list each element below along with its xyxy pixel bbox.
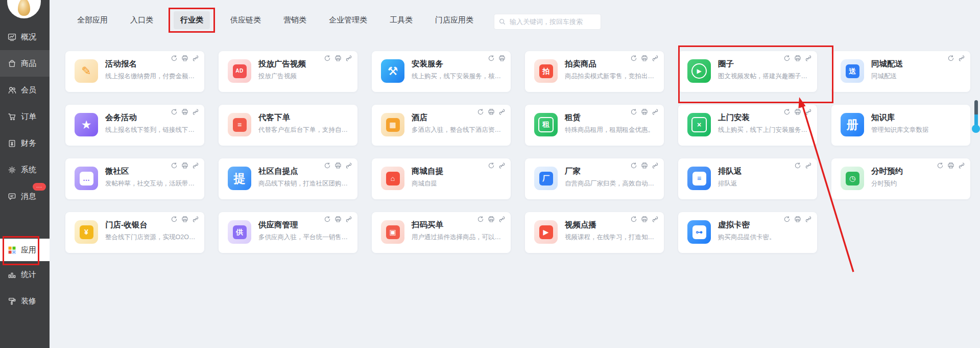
link-icon[interactable] [192, 55, 199, 62]
link-icon[interactable] [498, 216, 506, 223]
link-icon[interactable] [192, 108, 199, 115]
app-card-租赁[interactable]: 租 租赁 特殊商品租用，租期租金优惠。 [525, 105, 664, 146]
printer-icon[interactable] [641, 162, 648, 169]
printer-icon[interactable] [334, 55, 342, 62]
refresh-icon[interactable] [783, 216, 791, 223]
app-card-排队返[interactable]: ≡ 排队返 排队返 [678, 158, 817, 199]
app-card-门店-收银台[interactable]: ¥ 门店-收银台 整合线下门店资源，实现O2O异业... [65, 212, 204, 253]
search-input[interactable] [509, 17, 601, 26]
refresh-icon[interactable] [783, 55, 791, 62]
link-icon[interactable] [345, 55, 352, 62]
link-icon[interactable] [958, 55, 965, 62]
refresh-icon[interactable] [630, 55, 637, 62]
printer-icon[interactable] [334, 162, 342, 169]
link-icon[interactable] [652, 216, 659, 223]
link-icon[interactable] [652, 55, 659, 62]
app-card-供应商管理[interactable]: 供 供应商管理 多供应商入驻，平台统一销售，商... [219, 212, 357, 253]
app-card-拍卖商品[interactable]: 拍 拍卖商品 商品拍卖模式新零售，竞拍出价得... [525, 51, 664, 92]
app-card-视频点播[interactable]: ▶ 视频点播 视频课程，在线学习，打造知识付... [525, 212, 664, 253]
link-icon[interactable] [652, 162, 659, 169]
link-icon[interactable] [345, 162, 352, 169]
tab-全部应用[interactable]: 全部应用 [75, 11, 110, 29]
printer-icon[interactable] [794, 216, 801, 223]
tab-门店应用类[interactable]: 门店应用类 [433, 11, 475, 29]
app-card-微社区[interactable]: … 微社区 发帖种草，社交互动，活跃带货。 [65, 158, 204, 199]
sidebar-item-apps[interactable]: 应用 [0, 239, 50, 261]
app-card-投放广告视频[interactable]: AD 投放广告视频 投放广告视频 [219, 51, 357, 92]
app-card-酒店[interactable]: ▦ 酒店 多酒店入驻，整合线下酒店资源，... [372, 105, 511, 146]
sidebar-item-members[interactable]: 会员 [0, 77, 50, 103]
printer-icon[interactable] [641, 108, 648, 115]
sidebar-item-system[interactable]: 系统 [0, 156, 50, 183]
app-card-商城自提[interactable]: ⌂ 商城自提 商城自提 [372, 158, 511, 199]
link-icon[interactable] [192, 162, 199, 169]
printer-icon[interactable] [947, 162, 954, 169]
sidebar-item-finance[interactable]: 财务 [0, 130, 50, 156]
sidebar-item-decorate[interactable]: 装修 [0, 288, 50, 314]
tab-工具类[interactable]: 工具类 [388, 11, 415, 29]
link-icon[interactable] [805, 216, 812, 223]
sidebar-item-overview[interactable]: 概况 [0, 24, 50, 50]
app-card-代客下单[interactable]: ≡ 代客下单 代替客户在后台下单，支持自营，... [219, 105, 357, 146]
link-icon[interactable] [192, 216, 199, 223]
printer-icon[interactable] [794, 55, 801, 62]
app-card-安装服务[interactable]: ⚒ 安装服务 线上购买，线下安装服务，核销确... [372, 51, 511, 92]
refresh-icon[interactable] [783, 108, 791, 115]
sidebar-item-message[interactable]: 消息 ... [0, 183, 50, 210]
refresh-icon[interactable] [171, 216, 178, 223]
link-icon[interactable] [805, 162, 812, 169]
link-icon[interactable] [958, 162, 965, 169]
refresh-icon[interactable] [937, 162, 944, 169]
refresh-icon[interactable] [488, 55, 495, 62]
sidebar-item-goods[interactable]: 商品 [0, 50, 50, 77]
printer-icon[interactable] [641, 216, 648, 223]
refresh-icon[interactable] [324, 55, 331, 62]
printer-icon[interactable] [181, 55, 188, 62]
link-icon[interactable] [805, 108, 812, 115]
avatar[interactable] [7, 0, 41, 18]
link-icon[interactable] [805, 55, 812, 62]
refresh-icon[interactable] [477, 216, 484, 223]
app-card-会务活动[interactable]: ★ 会务活动 线上报名线下签到，链接线下活动。 [65, 105, 204, 146]
printer-icon[interactable] [334, 216, 342, 223]
app-card-圈子[interactable]: ▶ 圈子 图文视频发帖，搭建兴趣圈子，实... [678, 51, 817, 92]
refresh-icon[interactable] [630, 216, 637, 223]
app-card-同城配送[interactable]: 送 同城配送 同城配送 [831, 51, 970, 92]
tab-供应链类[interactable]: 供应链类 [228, 11, 263, 29]
app-card-扫码买单[interactable]: ▣ 扫码买单 用户通过插件选择商品，可以直接... [372, 212, 511, 253]
refresh-icon[interactable] [477, 108, 484, 115]
app-card-厂家[interactable]: 厂 厂家 自营商品厂家归类，高效自动拆单。 [525, 158, 664, 199]
refresh-icon[interactable] [630, 162, 637, 169]
tab-行业类[interactable]: 行业类 [174, 11, 210, 29]
sidebar-item-stats[interactable]: 统计 [0, 261, 50, 288]
app-card-虚拟卡密[interactable]: ⊶ 虚拟卡密 购买商品提供卡密。 [678, 212, 817, 253]
refresh-icon[interactable] [171, 108, 178, 115]
search-box[interactable] [494, 14, 601, 30]
refresh-icon[interactable] [794, 162, 801, 169]
app-card-社区自提点[interactable]: 提 社区自提点 商品线下核销，打造社区团购平台。 [219, 158, 357, 199]
refresh-icon[interactable] [171, 55, 178, 62]
link-icon[interactable] [652, 108, 659, 115]
link-icon[interactable] [345, 216, 352, 223]
printer-icon[interactable] [181, 162, 188, 169]
printer-icon[interactable] [488, 108, 495, 115]
printer-icon[interactable] [181, 108, 188, 115]
tab-入口类[interactable]: 入口类 [128, 11, 155, 29]
sidebar-item-orders[interactable]: 订单 [0, 103, 50, 130]
refresh-icon[interactable] [324, 162, 331, 169]
printer-icon[interactable] [641, 55, 648, 62]
app-card-分时预约[interactable]: ◷ 分时预约 分时预约 [831, 158, 970, 199]
refresh-icon[interactable] [488, 162, 495, 169]
tab-企业管理类[interactable]: 企业管理类 [327, 11, 369, 29]
refresh-icon[interactable] [630, 108, 637, 115]
app-card-知识库[interactable]: 册 知识库 管理知识库文章数据 [831, 105, 970, 146]
printer-icon[interactable] [794, 108, 801, 115]
link-icon[interactable] [498, 162, 506, 169]
printer-icon[interactable] [488, 216, 495, 223]
app-card-活动报名[interactable]: ✎ 活动报名 线上报名缴纳费用，付费金额营销... [65, 51, 204, 92]
refresh-icon[interactable] [947, 55, 954, 62]
printer-icon[interactable] [181, 216, 188, 223]
tab-营销类[interactable]: 营销类 [281, 11, 308, 29]
scroll-thermometer-widget[interactable] [972, 100, 980, 135]
refresh-icon[interactable] [171, 162, 178, 169]
